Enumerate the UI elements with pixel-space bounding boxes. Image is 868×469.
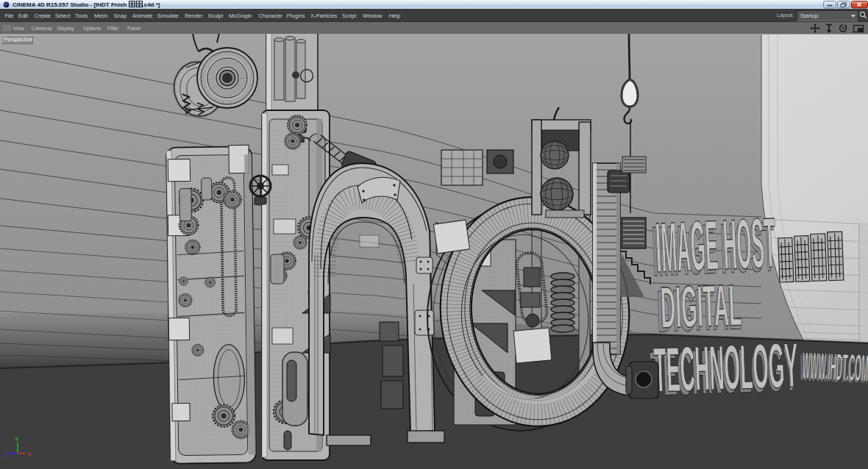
svg-text:Z: Z xyxy=(4,451,7,458)
svg-text:Y: Y xyxy=(15,436,18,443)
svg-text:TECHNOLOGY: TECHNOLOGY xyxy=(652,329,799,405)
svg-text:DIGITAL: DIGITAL xyxy=(659,272,742,340)
svg-text:WWW.IHDT.COM: WWW.IHDT.COM xyxy=(802,344,868,390)
svg-text:X: X xyxy=(27,451,31,458)
